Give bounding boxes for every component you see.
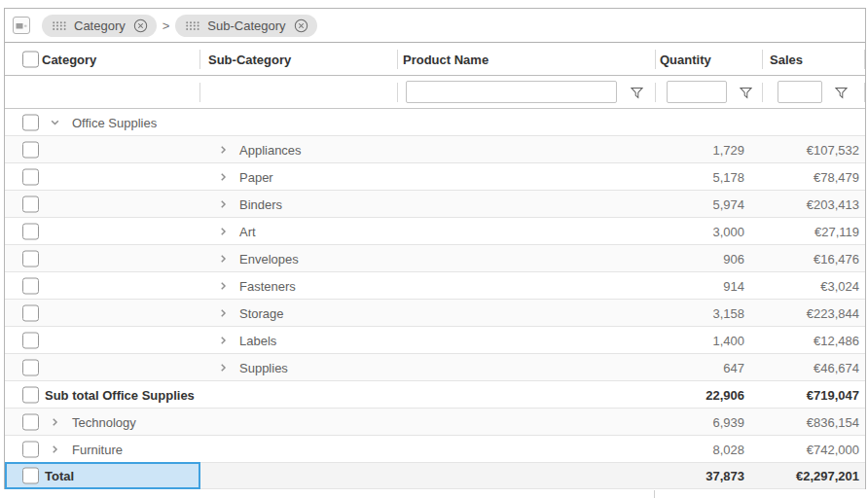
row-checkbox[interactable] (22, 277, 39, 294)
filter-funnel-icon[interactable] (631, 86, 643, 103)
sales-value: €719,047 (807, 387, 859, 402)
collapse-chevron-icon[interactable] (218, 307, 229, 318)
quantity-value: 1,729 (712, 142, 744, 157)
collapse-chevron-icon[interactable] (218, 280, 229, 291)
collapse-chevron-icon[interactable] (50, 444, 60, 454)
column-divider (199, 50, 200, 69)
group-order-separator: > (163, 18, 170, 33)
group-chip-sub-category[interactable]: Sub-Category (175, 15, 316, 37)
expand-chevron-icon[interactable] (50, 117, 60, 127)
drag-handle-icon[interactable] (186, 21, 199, 30)
group-chip-label: Sub-Category (207, 18, 285, 33)
row-label: Fasteners (239, 278, 296, 293)
group-row-technology[interactable]: Technology6,939€836,154 (5, 409, 865, 436)
column-divider (397, 83, 398, 102)
remove-group-icon[interactable] (133, 18, 148, 33)
row-checkbox[interactable] (22, 196, 39, 212)
group-chip-label: Category (74, 18, 126, 33)
row-label: Storage (239, 305, 284, 320)
collapse-chevron-icon[interactable] (218, 171, 229, 182)
column-header-product-name[interactable]: Product Name (403, 52, 488, 66)
group-row-furniture[interactable]: Furniture8,028€742,000 (5, 436, 865, 463)
row-supplies[interactable]: Supplies647€46,674 (5, 354, 865, 381)
row-checkbox[interactable] (22, 141, 39, 158)
sales-value: €27,119 (814, 224, 859, 238)
row-label: Technology (72, 414, 136, 429)
sales-value: €16,476 (814, 251, 859, 266)
sales-value: €3,024 (820, 278, 859, 293)
collapse-chevron-icon[interactable] (218, 144, 229, 155)
collapse-chevron-icon[interactable] (218, 198, 229, 209)
row-checkbox[interactable] (22, 250, 39, 267)
row-total[interactable]: Total37,873€2,297,201 (5, 463, 865, 489)
remove-group-icon[interactable] (294, 18, 308, 33)
row-checkbox[interactable] (22, 359, 39, 375)
row-fasteners[interactable]: Fasteners914€3,024 (5, 272, 865, 300)
column-divider (762, 83, 763, 102)
row-appliances[interactable]: Appliances1,729€107,532 (5, 136, 865, 163)
collapse-chevron-icon[interactable] (50, 416, 60, 427)
column-divider (655, 83, 656, 102)
group-chip-category[interactable]: Category (42, 15, 157, 37)
quantity-value: 1,400 (712, 333, 744, 347)
column-header-sales[interactable]: Sales (770, 52, 803, 66)
row-checkbox[interactable] (22, 332, 39, 348)
quantity-value: 8,028 (712, 442, 744, 456)
row-checkbox[interactable] (22, 386, 39, 403)
row-checkbox[interactable] (22, 468, 39, 484)
sales-filter-input[interactable] (778, 81, 822, 103)
column-header-quantity[interactable]: Quantity (660, 52, 711, 66)
filter-funnel-icon[interactable] (835, 86, 848, 103)
collapse-chevron-icon[interactable] (218, 362, 229, 373)
drag-handle-icon[interactable] (53, 21, 66, 30)
row-label: Art (239, 224, 256, 238)
row-label: Envelopes (239, 251, 299, 266)
row-checkbox[interactable] (22, 413, 39, 430)
row-label: Sub total Office Supplies (45, 387, 195, 402)
filter-funnel-icon[interactable] (740, 86, 752, 103)
row-checkbox[interactable] (22, 114, 39, 130)
column-header-sub-category[interactable]: Sub-Category (208, 52, 291, 66)
row-label: Binders (239, 196, 282, 211)
group-row-office-supplies[interactable]: Office Supplies (5, 109, 865, 136)
select-all-checkbox[interactable] (22, 51, 39, 67)
quantity-value: 5,178 (712, 169, 744, 184)
sales-value: €203,413 (807, 196, 859, 211)
collapse-chevron-icon[interactable] (218, 253, 229, 264)
collapse-chevron-icon[interactable] (218, 226, 229, 236)
row-storage[interactable]: Storage3,158€223,844 (5, 300, 865, 327)
group-panel: Category > Sub-Category (5, 9, 865, 43)
column-divider (864, 83, 865, 102)
quantity-value: 5,974 (712, 196, 744, 211)
row-checkbox[interactable] (22, 441, 39, 457)
sales-value: €107,532 (807, 142, 859, 157)
quantity-value: 906 (723, 251, 744, 266)
sales-value: €223,844 (807, 305, 859, 320)
row-labels[interactable]: Labels1,400€12,486 (5, 327, 865, 354)
quantity-filter-input[interactable] (667, 81, 727, 103)
column-header-category[interactable]: Category (42, 52, 96, 66)
row-label: Total (45, 469, 74, 483)
row-sub-total-office-supplies[interactable]: Sub total Office Supplies22,906€719,047 (5, 381, 865, 409)
quantity-value: 3,158 (712, 305, 744, 320)
row-envelopes[interactable]: Envelopes906€16,476 (5, 245, 865, 272)
row-label: Appliances (239, 142, 302, 157)
row-checkbox[interactable] (22, 223, 39, 239)
row-binders[interactable]: Binders5,974€203,413 (5, 191, 865, 218)
row-label: Labels (239, 333, 276, 347)
row-checkbox[interactable] (22, 304, 39, 321)
collapse-chevron-icon[interactable] (218, 335, 229, 345)
quantity-value: 6,939 (712, 414, 744, 429)
quantity-value: 22,906 (705, 387, 744, 402)
quantity-value: 3,000 (712, 224, 744, 238)
sales-value: €742,000 (807, 442, 859, 456)
filter-row (5, 76, 865, 109)
group-panel-icon (13, 17, 30, 34)
rows-container: Office SuppliesAppliances1,729€107,532Pa… (5, 109, 865, 489)
column-divider (864, 50, 865, 69)
column-divider (397, 50, 398, 69)
row-art[interactable]: Art3,000€27,119 (5, 218, 865, 245)
row-paper[interactable]: Paper5,178€78,479 (5, 163, 865, 191)
product-name-filter-input[interactable] (406, 81, 617, 103)
row-checkbox[interactable] (22, 168, 39, 185)
